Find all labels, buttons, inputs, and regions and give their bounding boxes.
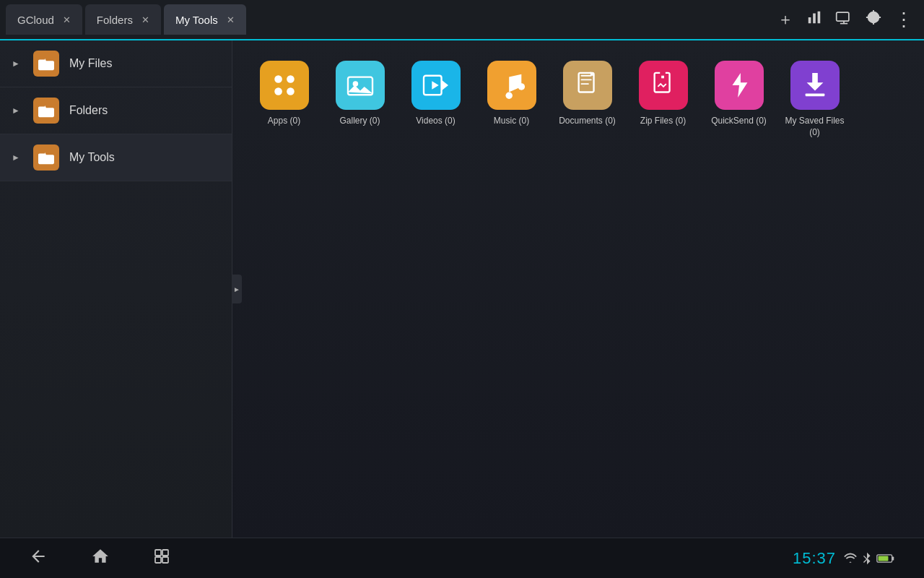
svg-rect-21 (162, 550, 168, 556)
sidebar-label-my-tools: My Tools (69, 151, 115, 164)
wifi-icon (843, 553, 858, 564)
tab-close-gcloud[interactable]: ✕ (63, 14, 71, 25)
tab-actions: ＋ ⋮ (777, 9, 918, 31)
sidebar-arrow-folders: ► (12, 105, 20, 116)
tab-gcloud[interactable]: GCloud✕ (6, 4, 82, 35)
file-grid: Apps (0) Gallery (0) Videos (0) Music (0… (250, 55, 907, 144)
svg-rect-28 (879, 556, 889, 561)
file-item-videos[interactable]: Videos (0) (401, 55, 470, 133)
sidebar-collapse-handle[interactable]: ► (232, 275, 242, 303)
sidebar: ► My Files ► Folders ► My Tools ► (0, 40, 232, 538)
file-item-quick[interactable]: QuickSend (0) (705, 55, 773, 133)
tab-label-gcloud: GCloud (17, 14, 54, 26)
transfer-icon[interactable] (835, 9, 853, 30)
svg-point-9 (352, 81, 358, 87)
battery-icon (876, 553, 895, 564)
svg-marker-12 (432, 81, 438, 89)
tab-close-folders[interactable]: ✕ (141, 14, 149, 25)
file-label-quick: QuickSend (0) (711, 116, 767, 127)
svg-rect-23 (162, 557, 168, 563)
svg-point-6 (274, 87, 282, 95)
svg-rect-3 (837, 12, 849, 21)
recents-button[interactable] (153, 548, 170, 569)
sidebar-label-folders: Folders (69, 104, 108, 117)
more-icon[interactable]: ⋮ (894, 9, 912, 31)
svg-marker-11 (441, 79, 448, 90)
svg-rect-20 (155, 550, 161, 556)
sidebar-item-my-tools[interactable]: ► My Tools (0, 134, 232, 181)
sidebar-folder-icon-my-tools (33, 144, 59, 171)
tabs-container: GCloud✕Folders✕My Tools✕ (6, 4, 249, 35)
file-item-zip[interactable]: Zip Files (0) (629, 55, 697, 133)
sidebar-arrow-my-tools: ► (12, 152, 20, 163)
svg-rect-27 (892, 556, 894, 560)
svg-rect-16 (660, 72, 666, 76)
sidebar-item-my-files[interactable]: ► My Files (0, 40, 232, 87)
svg-rect-17 (661, 76, 664, 79)
svg-point-4 (274, 75, 282, 83)
file-icon-quick (715, 61, 764, 110)
svg-rect-2 (818, 12, 821, 24)
main-layout: ► My Files ► Folders ► My Tools ► Apps (… (0, 40, 924, 538)
svg-rect-18 (660, 79, 666, 82)
clock: 15:37 (793, 549, 836, 568)
sidebar-items: ► My Files ► Folders ► My Tools (0, 40, 232, 181)
back-button[interactable] (29, 547, 48, 570)
file-item-docs[interactable]: Documents (0) (553, 55, 622, 133)
file-icon-zip (639, 61, 688, 110)
tab-label-mytools: My Tools (175, 14, 218, 26)
svg-rect-19 (805, 93, 824, 96)
file-icon-docs (563, 61, 612, 110)
tab-mytools[interactable]: My Tools✕ (164, 4, 246, 35)
sidebar-folder-icon-my-files (33, 51, 59, 77)
status-icons (843, 551, 895, 566)
stats-icon[interactable] (806, 9, 822, 30)
file-item-saved[interactable]: My Saved Files (0) (780, 55, 849, 144)
svg-point-7 (287, 87, 295, 95)
sidebar-item-folders[interactable]: ► Folders (0, 87, 232, 134)
svg-rect-0 (808, 17, 811, 23)
tab-label-folders: Folders (97, 14, 133, 26)
file-label-music: Music (0) (494, 116, 529, 127)
tab-close-mytools[interactable]: ✕ (227, 14, 235, 25)
file-label-gallery: Gallery (0) (339, 116, 380, 127)
svg-point-5 (287, 75, 295, 83)
add-icon[interactable]: ＋ (777, 9, 793, 30)
file-label-zip: Zip Files (0) (640, 116, 686, 127)
file-icon-saved (790, 61, 840, 110)
svg-point-13 (518, 83, 524, 90)
tab-folders[interactable]: Folders✕ (85, 4, 161, 35)
svg-line-24 (863, 556, 867, 559)
file-icon-gallery (336, 61, 385, 110)
file-icon-apps (260, 61, 309, 110)
file-icon-videos (411, 61, 461, 110)
bluetooth-icon (862, 551, 872, 566)
tab-bar: GCloud✕Folders✕My Tools✕ ＋ ⋮ (0, 0, 924, 40)
svg-rect-22 (155, 557, 161, 563)
status-right: 15:37 (793, 549, 895, 568)
content-area: Apps (0) Gallery (0) Videos (0) Music (0… (232, 40, 924, 538)
file-item-music[interactable]: Music (0) (477, 55, 546, 133)
svg-rect-1 (813, 14, 816, 24)
sidebar-folder-icon-folders (33, 98, 59, 124)
file-label-videos: Videos (0) (416, 116, 455, 127)
home-button[interactable] (91, 547, 110, 570)
file-icon-music (487, 61, 536, 110)
sidebar-label-my-files: My Files (69, 57, 113, 70)
bottom-bar: 15:37 (0, 538, 924, 578)
file-item-gallery[interactable]: Gallery (0) (326, 55, 394, 133)
file-item-apps[interactable]: Apps (0) (250, 55, 318, 133)
file-label-saved: My Saved Files (0) (783, 116, 846, 138)
svg-line-25 (863, 558, 867, 562)
file-label-apps: Apps (0) (268, 116, 300, 127)
settings-icon[interactable] (866, 9, 881, 30)
sidebar-arrow-my-files: ► (12, 59, 20, 69)
file-label-docs: Documents (0) (559, 116, 616, 127)
